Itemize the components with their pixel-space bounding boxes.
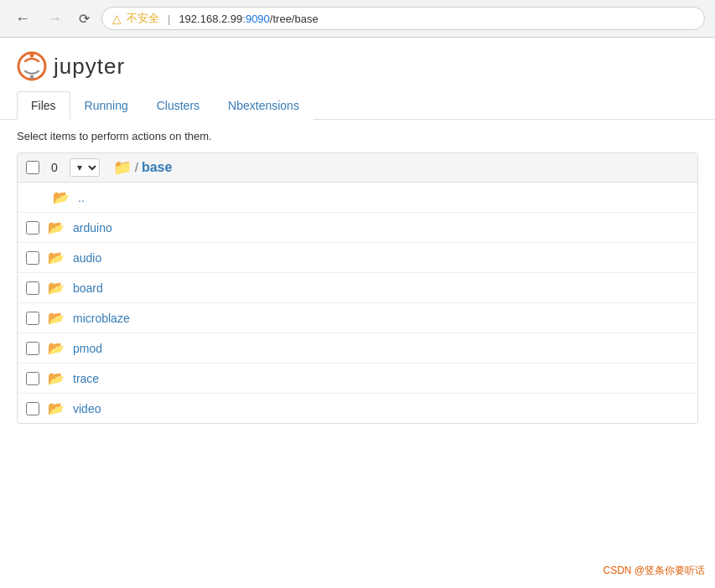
item-count: 0 — [46, 161, 63, 174]
list-item[interactable]: 📂 pmod — [18, 333, 697, 364]
row-checkbox[interactable] — [26, 342, 39, 355]
breadcrumb-slash: / — [135, 161, 138, 174]
actions-dropdown[interactable]: ▾ — [70, 158, 100, 177]
parent-link[interactable]: .. — [78, 191, 85, 204]
tab-files[interactable]: Files — [17, 91, 70, 120]
folder-icon: 📂 — [48, 219, 65, 235]
url-host: 192.168.2.99:9090/tree/base — [179, 13, 318, 25]
jupyter-logo-icon — [17, 51, 47, 81]
breadcrumb: 📁 / base — [113, 158, 172, 177]
folder-icon: 📂 — [48, 250, 65, 266]
folder-icon: 📂 — [48, 280, 65, 296]
svg-point-2 — [30, 75, 34, 80]
list-item[interactable]: 📂 audio — [18, 243, 697, 273]
url-separator: | — [168, 13, 170, 25]
row-checkbox[interactable] — [26, 312, 39, 325]
main-area: Select items to perform actions on them.… — [0, 120, 715, 424]
file-link[interactable]: arduino — [73, 221, 112, 235]
file-link[interactable]: board — [73, 281, 103, 295]
insecure-label: 不安全 — [127, 11, 159, 26]
svg-point-1 — [30, 54, 34, 58]
forward-button[interactable]: → — [42, 8, 67, 29]
back-button[interactable]: ← — [10, 8, 35, 29]
warning-icon: △ — [112, 12, 122, 25]
list-item[interactable]: 📂 board — [18, 273, 697, 303]
file-link[interactable]: trace — [73, 372, 99, 385]
jupyter-header: jupyter Files Running Clusters Nbextensi… — [0, 38, 715, 120]
file-link[interactable]: pmod — [73, 342, 102, 355]
action-hint: Select items to perform actions on them. — [0, 120, 715, 152]
jupyter-logo: jupyter — [17, 51, 698, 81]
row-checkbox[interactable] — [26, 251, 39, 265]
list-item[interactable]: 📂 trace — [18, 364, 697, 394]
file-link[interactable]: video — [73, 402, 101, 415]
list-item[interactable]: 📂 arduino — [18, 213, 697, 243]
row-checkbox[interactable] — [26, 372, 39, 385]
parent-row[interactable]: 📂 .. — [18, 183, 697, 213]
file-list-header: 0 ▾ 📁 / base — [18, 153, 697, 183]
reload-button[interactable]: ⟳ — [74, 9, 95, 28]
tab-nbextensions[interactable]: Nbextensions — [214, 91, 313, 120]
folder-icon: 📁 — [113, 158, 132, 177]
file-link[interactable]: audio — [73, 251, 101, 265]
tab-bar: Files Running Clusters Nbextensions — [17, 91, 698, 119]
file-list-container: 0 ▾ 📁 / base 📂 .. 📂 arduino — [17, 152, 698, 424]
row-checkbox[interactable] — [26, 281, 39, 295]
parent-folder-icon: 📂 — [53, 189, 70, 205]
folder-icon: 📂 — [48, 310, 65, 326]
folder-icon: 📂 — [48, 340, 65, 356]
list-item[interactable]: 📂 microblaze — [18, 303, 697, 333]
folder-icon: 📂 — [48, 370, 65, 386]
select-all-checkbox[interactable] — [26, 161, 39, 174]
jupyter-logo-text: jupyter — [54, 54, 125, 80]
tab-clusters[interactable]: Clusters — [142, 91, 214, 120]
breadcrumb-current: base — [142, 160, 172, 175]
browser-chrome: ← → ⟳ △ 不安全 | 192.168.2.99:9090/tree/bas… — [0, 0, 715, 38]
folder-icon: 📂 — [48, 400, 65, 416]
list-item[interactable]: 📂 video — [18, 394, 697, 423]
address-bar[interactable]: △ 不安全 | 192.168.2.99:9090/tree/base — [101, 7, 705, 30]
page-content: jupyter Files Running Clusters Nbextensi… — [0, 38, 715, 424]
file-link[interactable]: microblaze — [73, 312, 130, 325]
row-checkbox[interactable] — [26, 402, 39, 415]
row-checkbox[interactable] — [26, 221, 39, 235]
tab-running[interactable]: Running — [70, 91, 142, 120]
